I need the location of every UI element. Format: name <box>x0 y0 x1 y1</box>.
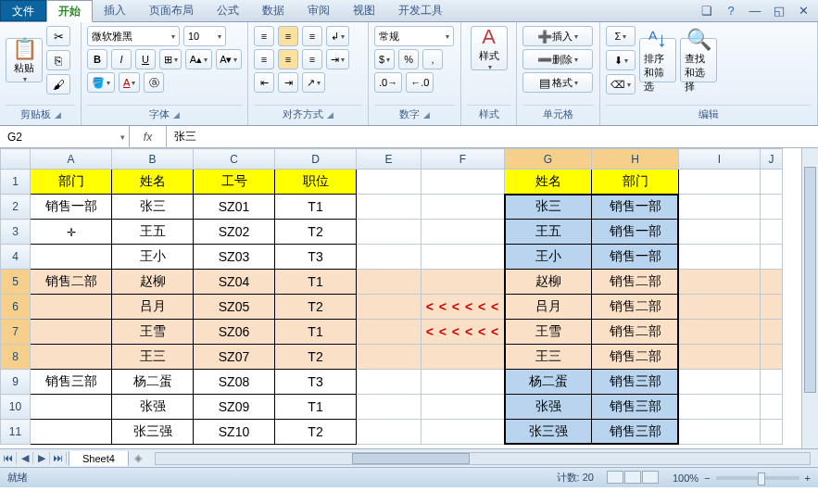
cell-C3[interactable]: SZ02 <box>194 220 275 245</box>
cell-B10[interactable]: 张强 <box>112 395 194 420</box>
cell-H9[interactable]: 销售三部 <box>592 370 679 395</box>
cell-D11[interactable]: T2 <box>275 420 357 445</box>
cell-H2[interactable]: 销售一部 <box>592 195 679 220</box>
tab-data[interactable]: 数据 <box>251 0 296 21</box>
cell-C6[interactable]: SZ05 <box>194 295 275 320</box>
cell-D3[interactable]: T2 <box>275 220 357 245</box>
tab-file[interactable]: 文件 <box>0 0 46 21</box>
cell-F7[interactable]: < < < < < < <box>422 320 505 345</box>
tab-view[interactable]: 视图 <box>342 0 387 21</box>
comma-button[interactable]: , <box>422 49 443 69</box>
cell-A11[interactable] <box>31 420 112 445</box>
cell-F8[interactable] <box>422 345 505 370</box>
zoom-in-icon[interactable]: + <box>805 472 811 484</box>
cell-H10[interactable]: 销售三部 <box>592 395 679 420</box>
currency-button[interactable]: $ <box>374 49 395 69</box>
cell-J4[interactable] <box>761 245 783 270</box>
cell-E6[interactable] <box>357 295 422 320</box>
cell-F11[interactable] <box>422 420 505 445</box>
row-header-3[interactable]: 3 <box>1 220 31 245</box>
zoom-slider[interactable] <box>716 476 799 480</box>
col-header-F[interactable]: F <box>422 149 505 170</box>
formula-input[interactable]: 张三 <box>167 126 818 147</box>
col-header-H[interactable]: H <box>592 149 679 170</box>
inc-decimal-button[interactable]: .0→ <box>374 72 402 93</box>
cell-A2[interactable]: 销售一部 <box>31 195 112 220</box>
cell-J1[interactable] <box>761 170 783 195</box>
font-size-combo[interactable]: 10 <box>183 26 226 46</box>
cell-H6[interactable]: 销售二部 <box>592 295 679 320</box>
styles-button[interactable]: A样式 <box>471 26 508 70</box>
cell-G6[interactable]: 吕月 <box>505 295 592 320</box>
cell-C2[interactable]: SZ01 <box>194 195 275 220</box>
cell-G8[interactable]: 王三 <box>505 345 592 370</box>
cell-A10[interactable] <box>31 395 112 420</box>
align-bottom-button[interactable]: ≡ <box>302 26 322 46</box>
zoom-control[interactable]: 100% − + <box>673 472 811 484</box>
cell-E10[interactable] <box>357 395 422 420</box>
cell-I5[interactable] <box>679 270 761 295</box>
col-header-J[interactable]: J <box>761 149 783 170</box>
cell-H11[interactable]: 销售三部 <box>592 420 679 445</box>
cell-B11[interactable]: 张三强 <box>112 420 194 445</box>
col-header-A[interactable]: A <box>31 149 112 170</box>
cell-F4[interactable] <box>422 245 505 270</box>
cell-H4[interactable]: 销售一部 <box>592 245 679 270</box>
cell-F5[interactable] <box>422 270 505 295</box>
row-header-9[interactable]: 9 <box>1 370 31 395</box>
cell-I2[interactable] <box>679 195 761 220</box>
cell-B5[interactable]: 赵柳 <box>112 270 194 295</box>
cell-G5[interactable]: 赵柳 <box>505 270 592 295</box>
cell-C11[interactable]: SZ10 <box>194 420 275 445</box>
cell-B4[interactable]: 王小 <box>112 245 194 270</box>
sheet-prev-icon[interactable]: ◀ <box>17 452 33 464</box>
cell-B9[interactable]: 杨二蛋 <box>112 370 194 395</box>
shrink-font-button[interactable]: A▾ <box>216 49 242 69</box>
format-cells-button[interactable]: ▤格式 <box>522 72 593 93</box>
cell-E5[interactable] <box>357 270 422 295</box>
cell-E11[interactable] <box>357 420 422 445</box>
row-header-4[interactable]: 4 <box>1 245 31 270</box>
cell-H8[interactable]: 销售二部 <box>592 345 679 370</box>
tab-insert[interactable]: 插入 <box>93 0 138 21</box>
cell-A1[interactable]: 部门 <box>31 170 112 195</box>
cell-H7[interactable]: 销售二部 <box>592 320 679 345</box>
col-header-C[interactable]: C <box>194 149 275 170</box>
cut-button[interactable]: ✂ <box>46 26 70 46</box>
align-middle-button[interactable]: ≡ <box>278 26 298 46</box>
dialog-launcher-icon[interactable]: ◢ <box>173 110 180 120</box>
name-box[interactable]: G2 <box>0 126 130 147</box>
cell-A6[interactable] <box>31 295 112 320</box>
tab-review[interactable]: 审阅 <box>296 0 342 21</box>
border-button[interactable]: ⊞ <box>159 49 182 69</box>
font-color-button[interactable]: A <box>119 72 140 93</box>
merge-button[interactable]: ⇥ <box>326 49 349 69</box>
cell-F2[interactable] <box>422 195 505 220</box>
tab-dev[interactable]: 开发工具 <box>387 0 455 21</box>
italic-button[interactable]: I <box>111 49 132 69</box>
row-header-2[interactable]: 2 <box>1 195 31 220</box>
row-header-11[interactable]: 11 <box>1 420 31 445</box>
cell-A8[interactable] <box>31 345 112 370</box>
indent-dec-button[interactable]: ⇤ <box>254 72 274 93</box>
number-format-combo[interactable]: 常规 <box>374 26 454 46</box>
align-center-button[interactable]: ≡ <box>278 49 298 69</box>
cell-I6[interactable] <box>679 295 761 320</box>
grow-font-button[interactable]: A▴ <box>185 49 211 69</box>
cell-I3[interactable] <box>679 220 761 245</box>
col-header-G[interactable]: G <box>505 149 592 170</box>
cell-F3[interactable] <box>422 220 505 245</box>
cell-J5[interactable] <box>761 270 783 295</box>
cell-F10[interactable] <box>422 395 505 420</box>
cell-E3[interactable] <box>357 220 422 245</box>
cell-C10[interactable]: SZ09 <box>194 395 275 420</box>
col-header-I[interactable]: I <box>679 149 761 170</box>
cell-B7[interactable]: 王雪 <box>112 320 194 345</box>
row-header-5[interactable]: 5 <box>1 270 31 295</box>
cell-G4[interactable]: 王小 <box>505 245 592 270</box>
col-header-E[interactable]: E <box>357 149 422 170</box>
cell-G3[interactable]: 王五 <box>505 220 592 245</box>
scroll-thumb[interactable] <box>804 167 816 393</box>
help-icon[interactable]: ? <box>724 4 738 19</box>
clear-button[interactable]: ⌫ <box>606 74 636 94</box>
